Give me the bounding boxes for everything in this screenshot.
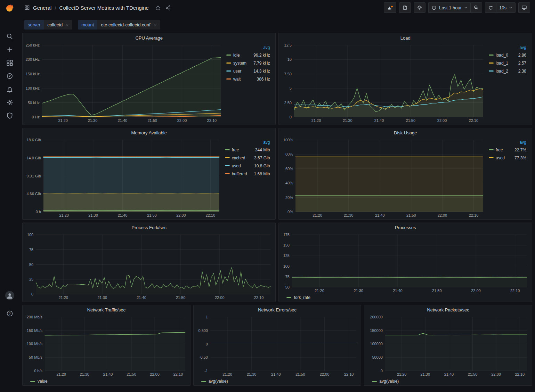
svg-text:21:20: 21:20 [58,118,68,123]
variable-mount-select[interactable]: etc-collectd-collectd.conf [97,20,160,30]
svg-text:21:50: 21:50 [468,372,478,376]
legend-series-name[interactable]: free [232,148,239,152]
sidebar-alerting-button[interactable] [4,84,15,95]
legend-series-name[interactable]: value [38,379,48,384]
refresh-interval-button[interactable]: 10s [496,2,516,13]
svg-text:150: 150 [283,243,290,247]
processes-chart[interactable]: 21:2021:3021:4021:5022:0022:105075100125… [280,232,530,294]
svg-text:0 Hz: 0 Hz [32,115,40,119]
legend-avg-header[interactable]: avg [225,140,270,145]
variable-server: server collectd [24,20,72,30]
panel-disk-usage-menu[interactable]: Disk Usage [279,128,532,137]
panel-network-errors-menu[interactable]: Network Errors/sec [194,305,361,314]
sidebar-create-button[interactable] [4,44,15,55]
network-errors-chart[interactable]: 21:2021:3021:4021:5022:0022:10-1-0.5000.… [195,314,360,378]
svg-text:?: ? [9,311,11,315]
panel-processes: Processes 21:2021:3021:4021:5022:0022:10… [278,223,532,302]
panel-network-packets: Network Packets/sec 21:2021:3021:4021:50… [364,305,532,386]
legend-series-name[interactable]: load_2 [496,69,508,74]
sidebar-dashboards-button[interactable] [4,57,15,68]
chevron-down-icon [65,23,69,27]
sidebar-explore-button[interactable] [4,70,15,82]
disk-usage-chart[interactable]: 21:2021:3021:4021:5022:0022:100%20%40%60… [280,137,487,219]
panel-processes-menu[interactable]: Processes [279,223,532,232]
sidebar-server-admin-button[interactable] [4,110,15,121]
memory-available-chart[interactable]: 21:2021:3021:4021:5022:0022:100 b4.66 Gi… [24,137,223,219]
panel-cpu-average-menu[interactable]: CPU Average [23,33,275,42]
variable-mount-value: etc-collectd-collectd.conf [101,22,150,27]
template-variables: server collectd mount etc-collectd-colle… [19,15,535,33]
network-traffic-chart[interactable]: 21:2021:3021:4021:5022:0022:100 b/s50 Mb… [24,314,189,378]
load-chart[interactable]: 21:2021:3021:4021:5022:0022:1002.5057.50… [280,42,487,124]
clock-icon [431,5,437,10]
legend-series-name[interactable]: avg(value) [379,379,399,384]
cpu-average-chart[interactable]: 21:2021:3021:4021:5022:0022:100 Hz50 kHz… [24,42,224,124]
star-icon[interactable] [155,5,161,11]
legend-swatch [226,70,231,72]
sidebar-configuration-button[interactable] [4,97,15,108]
svg-text:21:30: 21:30 [343,118,352,123]
cpu-average-legend: avgidle96.2 kHzsystem7.79 kHzuser14.3 kH… [224,42,274,124]
svg-text:22:10: 22:10 [515,372,525,376]
dashboard-settings-button[interactable] [414,2,425,13]
panel-network-traffic-menu[interactable]: Network Traffic/sec [23,305,190,314]
legend-series-name[interactable]: wait [233,77,241,82]
panel-network-packets-menu[interactable]: Network Packets/sec [364,305,532,314]
share-icon[interactable] [165,5,171,11]
svg-text:22:00: 22:00 [177,118,187,123]
legend-swatch [489,55,494,56]
shield-icon [6,112,14,119]
legend-series-name[interactable]: load_0 [496,53,508,58]
svg-text:50 kHz: 50 kHz [28,101,40,105]
legend-series-name[interactable]: user [233,69,241,74]
svg-text:21:50: 21:50 [432,289,442,293]
breadcrumb-folder[interactable]: General [33,5,51,11]
legend-avg-header[interactable]: avg [489,140,526,145]
legend-series-name[interactable]: cached [232,156,245,160]
refresh-button[interactable] [485,2,496,13]
svg-text:75: 75 [285,275,290,279]
dashboards-grid-icon [6,59,14,67]
sidebar-user-profile-button[interactable] [4,290,15,301]
legend-series-name[interactable]: used [496,156,505,160]
legend-avg-header[interactable]: avg [226,45,270,50]
svg-text:21:50: 21:50 [147,213,157,217]
svg-text:0%: 0% [288,210,293,214]
panel-memory-available-menu[interactable]: Memory Available [23,128,275,137]
legend-series-name[interactable]: fork_rate [294,295,310,300]
panel-load-menu[interactable]: Load [279,33,532,42]
legend-series-value: 2.86 [513,53,526,58]
legend-series-name[interactable]: avg(value) [209,379,228,384]
legend-series-name[interactable]: idle [233,53,240,58]
legend-series-name[interactable]: system [233,61,246,66]
legend-series-value: 344 Mib [250,148,270,152]
time-picker-button[interactable]: Last 1 hour [428,2,470,13]
grafana-logo-icon[interactable] [5,3,15,13]
legend-series-name[interactable]: free [496,148,503,152]
variable-server-select[interactable]: collectd [44,20,72,30]
network-traffic-legend: value [24,378,189,385]
zoom-out-button[interactable] [470,2,482,13]
svg-text:12.5: 12.5 [284,43,292,47]
legend-avg-header[interactable]: avg [489,45,526,50]
processes-legend: fork_rate [280,294,530,301]
legend-series-name[interactable]: buffered [232,172,247,176]
legend-item: buffered1.68 Mib [225,170,270,178]
legend-series-name[interactable]: used [232,164,241,168]
legend-swatch [225,173,230,174]
legend-series-name[interactable]: load_1 [496,61,508,66]
save-dashboard-button[interactable] [399,2,411,13]
svg-text:21:40: 21:40 [374,118,384,123]
tv-mode-button[interactable] [518,2,530,13]
disk-usage-legend: avgfree22.7%used77.3% [487,137,530,219]
svg-text:-1: -1 [204,369,208,373]
svg-text:100: 100 [283,264,290,268]
network-packets-chart[interactable]: 21:2021:3021:4021:5022:0022:100500001000… [366,314,530,378]
sidebar-help-button[interactable]: ? [4,308,15,319]
sidebar-search-button[interactable] [4,31,15,42]
add-panel-button[interactable] [384,2,396,13]
svg-text:0.500: 0.500 [198,328,208,333]
process-fork-chart[interactable]: 21:2021:3021:4021:5022:0022:100255075100 [24,232,274,301]
panel-process-fork-menu[interactable]: Process Fork/sec [23,223,275,232]
svg-text:20%: 20% [285,195,293,200]
